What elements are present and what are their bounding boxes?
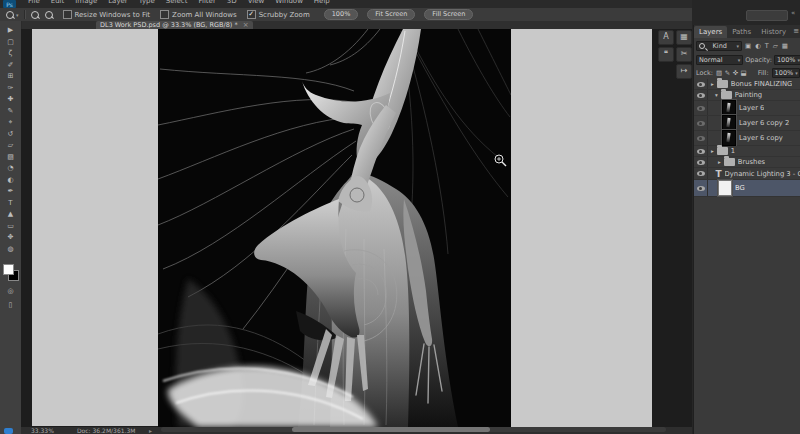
quick-mask-button[interactable]: ◎ xyxy=(0,287,21,295)
menu-type[interactable]: Type xyxy=(139,0,155,5)
lock-all-icon[interactable]: ⬓ xyxy=(741,69,747,77)
layer-row-group-1[interactable]: ▸ 1 xyxy=(694,146,800,157)
scrubby-zoom-checkbox[interactable]: ✓ Scrubby Zoom xyxy=(247,10,310,19)
tab-layers[interactable]: Layers xyxy=(694,26,727,38)
checkbox-icon[interactable] xyxy=(160,10,169,19)
menu-image[interactable]: Image xyxy=(75,0,97,5)
visibility-toggle[interactable] xyxy=(694,157,708,167)
document-canvas-artwork-area[interactable] xyxy=(158,29,511,427)
menu-window[interactable]: Window xyxy=(275,0,303,5)
zoom-out-mode-icon[interactable] xyxy=(45,11,53,19)
notes-panel-button[interactable]: ❝ xyxy=(658,47,674,62)
layer-thumbnail[interactable] xyxy=(718,180,732,196)
zoom-in-mode-icon[interactable] xyxy=(31,11,39,19)
menu-help[interactable]: Help xyxy=(314,0,330,5)
horizontal-scrollbar-thumb[interactable] xyxy=(292,427,490,432)
filter-type-layers-icon[interactable]: T xyxy=(765,42,769,50)
filter-pixel-layers-icon[interactable]: ▣ xyxy=(745,42,751,50)
layer-thumbnail[interactable] xyxy=(722,115,736,131)
crop-tool[interactable]: ⊞ xyxy=(0,71,21,83)
document-tab[interactable]: DL3 Work PSD.psd @ 33.3% (BG, RGB/8) * × xyxy=(96,21,253,29)
layer-row-group-bonus-finalizing[interactable]: ▸ Bonus FINALIZING xyxy=(694,79,800,90)
eraser-tool[interactable]: ▱ xyxy=(0,140,21,152)
lock-transparency-icon[interactable]: ▨ xyxy=(716,69,722,77)
zoom-percentage[interactable]: 33.33% xyxy=(31,427,54,434)
fill-field[interactable]: 100% ▾ xyxy=(772,68,800,78)
eyedropper-tool[interactable]: ✑ xyxy=(0,83,21,95)
zoom-all-windows-checkbox[interactable]: Zoom All Windows xyxy=(160,10,237,19)
marquee-tool[interactable]: ▢ xyxy=(0,37,21,49)
layer-row-layer6-copy[interactable]: Layer 6 copy xyxy=(694,131,800,146)
quick-selection-tool[interactable]: ✐ xyxy=(0,60,21,72)
path-selection-tool[interactable]: ▲ xyxy=(0,209,21,221)
clone-stamp-tool[interactable]: ⌖ xyxy=(0,117,21,129)
dodge-tool[interactable]: ◐ xyxy=(0,175,21,187)
visibility-toggle[interactable] xyxy=(694,180,708,196)
close-tab-icon[interactable]: × xyxy=(243,21,249,29)
layer-row-layer6[interactable]: Layer 6 xyxy=(694,101,800,116)
brush-tool[interactable]: ✎ xyxy=(0,106,21,118)
screen-mode-button[interactable]: ▯ xyxy=(0,301,21,309)
lock-position-icon[interactable]: ✜ xyxy=(733,69,738,77)
zoom-tool[interactable]: ◍ xyxy=(0,244,21,256)
menu-select[interactable]: Select xyxy=(166,0,188,5)
zoom-100-button[interactable]: 100% xyxy=(324,9,359,20)
visibility-toggle[interactable] xyxy=(694,79,708,89)
layer-row-group-painting[interactable]: ▾ Painting xyxy=(694,90,800,101)
type-tool[interactable]: T xyxy=(0,198,21,210)
layer-thumbnail[interactable] xyxy=(722,130,736,146)
checkbox-icon[interactable] xyxy=(63,10,72,19)
status-options-arrow-icon[interactable]: ▸ xyxy=(149,427,152,434)
tool-preset-caret-icon[interactable]: ▾ xyxy=(16,12,19,18)
export-panel-button[interactable]: ↦ xyxy=(676,64,692,79)
layer-row-bg-selected[interactable]: BG xyxy=(694,180,800,197)
menu-3d[interactable]: 3D xyxy=(227,0,237,5)
fill-screen-button[interactable]: Fill Screen xyxy=(424,9,473,20)
blend-mode-select[interactable]: Normal ▾ xyxy=(696,55,743,65)
document-left-margin[interactable] xyxy=(32,29,158,426)
checkbox-checked-icon[interactable]: ✓ xyxy=(247,10,256,19)
layer-row-layer6-copy2[interactable]: Layer 6 copy 2 xyxy=(694,116,800,131)
hand-tool[interactable]: ✥ xyxy=(0,232,21,244)
zoom-tool-preset-icon[interactable] xyxy=(6,11,14,19)
character-panel-button[interactable]: A xyxy=(658,30,674,45)
layer-row-dynamic-lighting-text[interactable]: T Dynamic Lighting 3 - Conque... xyxy=(694,168,800,180)
horizontal-scrollbar-track[interactable] xyxy=(161,427,666,432)
opacity-field[interactable]: 100% ▾ xyxy=(774,55,800,65)
visibility-toggle[interactable] xyxy=(694,116,708,130)
healing-brush-tool[interactable]: ✚ xyxy=(0,94,21,106)
history-brush-tool[interactable]: ↺ xyxy=(0,129,21,141)
visibility-toggle[interactable] xyxy=(694,168,708,179)
canvas-area[interactable] xyxy=(21,29,692,427)
group-caret-icon[interactable]: ▸ xyxy=(718,159,721,165)
filter-adjustment-layers-icon[interactable]: ◐ xyxy=(755,42,761,50)
layer-thumbnail[interactable] xyxy=(722,100,736,116)
pen-tool[interactable]: ✒ xyxy=(0,186,21,198)
visibility-toggle[interactable] xyxy=(694,146,708,156)
tab-history[interactable]: History xyxy=(756,26,791,38)
histogram-panel-button[interactable]: ▦ xyxy=(676,30,692,45)
filter-smart-objects-icon[interactable]: ▦ xyxy=(782,42,788,50)
group-caret-icon[interactable]: ▾ xyxy=(715,92,718,98)
visibility-toggle[interactable] xyxy=(694,101,708,115)
group-caret-icon[interactable]: ▸ xyxy=(711,148,714,154)
menu-layer[interactable]: Layer xyxy=(108,0,128,5)
blur-tool[interactable]: ◔ xyxy=(0,163,21,175)
foreground-color-swatch[interactable] xyxy=(3,264,14,275)
slice-panel-button[interactable]: ✂ xyxy=(676,47,692,62)
document-right-margin[interactable] xyxy=(511,29,652,427)
gradient-tool[interactable]: ▨ xyxy=(0,152,21,164)
tab-paths[interactable]: Paths xyxy=(727,26,756,38)
lasso-tool[interactable]: ζ xyxy=(0,48,21,60)
group-caret-icon[interactable]: ▸ xyxy=(711,81,714,87)
menu-view[interactable]: View xyxy=(248,0,265,5)
visibility-toggle[interactable] xyxy=(694,131,708,145)
shape-tool[interactable]: ▭ xyxy=(0,221,21,233)
panel-menu-icon[interactable]: ≡ xyxy=(793,27,799,35)
move-tool[interactable]: ▶ xyxy=(0,25,21,37)
filter-kind-dropdown[interactable]: Kind ▾ xyxy=(696,41,742,51)
menu-filter[interactable]: Filter xyxy=(198,0,215,5)
resize-windows-checkbox[interactable]: Resize Windows to Fit xyxy=(63,10,151,19)
visibility-toggle[interactable] xyxy=(694,90,708,100)
fit-screen-button[interactable]: Fit Screen xyxy=(367,9,415,20)
